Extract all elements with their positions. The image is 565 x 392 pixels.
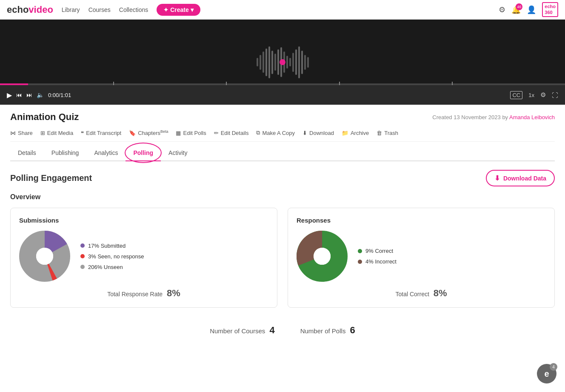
speed-button[interactable]: 1x — [528, 92, 534, 98]
main-content: Animation Quiz Created 13 November 2023 … — [0, 105, 565, 343]
chapters-label: ChaptersBeta — [138, 129, 168, 136]
edit-transcript-link[interactable]: ❝ Edit Transcript — [81, 130, 121, 136]
chapters-icon: 🔖 — [129, 130, 136, 136]
download-data-label: Download Data — [503, 175, 546, 182]
submissions-total-label: Total Response Rate — [107, 291, 163, 298]
submissions-total: Total Response Rate 8% — [19, 288, 268, 299]
share-link[interactable]: ⋈ Share — [10, 130, 33, 136]
tab-activity[interactable]: Activity — [161, 145, 195, 161]
submissions-total-value: 8% — [167, 288, 180, 298]
edit-details-link[interactable]: ✏ Edit Details — [214, 130, 249, 136]
legend-incorrect: 4% Incorrect — [358, 258, 397, 265]
edit-details-icon: ✏ — [214, 130, 219, 136]
polling-title: Polling Engagement — [10, 173, 92, 183]
create-button[interactable]: ✦ Create ▾ — [157, 4, 200, 16]
logo: echovideo — [7, 4, 53, 15]
share-icon: ⋈ — [10, 130, 16, 136]
echo360-logo: echo360 — [542, 2, 558, 17]
time-display: 0:00/1:01 — [48, 92, 71, 98]
rewind-button[interactable]: ⏮ — [16, 92, 22, 98]
download-data-icon: ⬇ — [494, 174, 500, 182]
nav-links: Library Courses Collections — [62, 6, 148, 13]
captions-button[interactable]: CC — [510, 91, 522, 99]
legend-unseen: 206% Unseen — [80, 264, 144, 270]
legend-submitted: 17% Submitted — [80, 243, 144, 249]
responses-title: Responses — [297, 217, 546, 224]
edit-details-label: Edit Details — [221, 130, 249, 136]
responses-chart-content: 9% Correct 4% Incorrect — [297, 231, 546, 282]
volume-button[interactable]: 🔈 — [37, 92, 44, 98]
correct-label: 9% Correct — [365, 248, 393, 254]
num-courses-label: Number of Courses — [210, 327, 265, 335]
submissions-title: Submissions — [19, 217, 268, 224]
submissions-legend: 17% Submitted 3% Seen, no response 206% … — [80, 243, 144, 270]
make-copy-link[interactable]: ⧉ Make A Copy — [256, 129, 295, 136]
media-title: Animation Quiz — [10, 112, 79, 123]
edit-transcript-icon: ❝ — [81, 130, 84, 136]
archive-label: Archive — [351, 130, 369, 136]
logo-echo: echo — [7, 4, 29, 15]
nav-collections[interactable]: Collections — [119, 6, 148, 13]
submissions-chart-content: 17% Submitted 3% Seen, no response 206% … — [19, 231, 268, 282]
edit-media-label: Edit Media — [47, 130, 73, 136]
author-name: Amanda Leibovich — [509, 114, 555, 120]
tab-polling[interactable]: Polling — [126, 145, 161, 161]
num-courses-value: 4 — [269, 325, 274, 335]
bottom-stats: Number of Courses 4 Number of Polls 6 — [10, 318, 555, 343]
trash-link[interactable]: 🗑 Trash — [377, 130, 398, 136]
nav-right: ⚙ 🔔 46 👤 echo360 — [499, 2, 558, 17]
notifications-button[interactable]: 🔔 46 — [511, 5, 521, 14]
pink-dot — [280, 59, 285, 65]
svg-point-3 — [36, 248, 53, 265]
video-player: ▶ ⏮ ⏭ 🔈 0:00/1:01 CC 1x ⚙ ⛶ — [0, 20, 565, 105]
download-icon: ⬇ — [302, 130, 307, 136]
legend-seen: 3% Seen, no response — [80, 253, 144, 260]
incorrect-label: 4% Incorrect — [365, 258, 397, 265]
trash-label: Trash — [384, 130, 398, 136]
correct-dot — [358, 249, 362, 253]
toolbar: ⋈ Share ⊞ Edit Media ❝ Edit Transcript 🔖… — [10, 128, 555, 142]
edit-polls-label: Edit Polls — [183, 130, 206, 136]
tab-details[interactable]: Details — [10, 145, 44, 161]
title-row: Animation Quiz Created 13 November 2023 … — [10, 105, 555, 128]
edit-transcript-label: Edit Transcript — [86, 130, 121, 136]
seen-dot — [80, 254, 85, 258]
responses-total-label: Total Correct — [395, 291, 429, 298]
created-text: Created 13 November 2023 by — [432, 114, 508, 120]
download-label: Download — [309, 130, 334, 136]
tab-analytics[interactable]: Analytics — [86, 145, 126, 161]
responses-pie-svg — [297, 231, 348, 282]
tab-polling-wrapper: Polling — [126, 145, 161, 160]
svg-point-6 — [314, 248, 331, 265]
legend-correct: 9% Correct — [358, 248, 397, 254]
edit-polls-link[interactable]: ▦ Edit Polls — [176, 130, 206, 136]
submissions-pie — [19, 231, 70, 282]
make-copy-label: Make A Copy — [262, 130, 295, 136]
nav-courses[interactable]: Courses — [88, 6, 111, 13]
unseen-label: 206% Unseen — [88, 264, 123, 270]
num-polls-value: 6 — [350, 325, 355, 335]
download-link[interactable]: ⬇ Download — [302, 130, 334, 136]
tab-publishing[interactable]: Publishing — [44, 145, 87, 161]
seen-label: 3% Seen, no response — [88, 253, 144, 260]
download-data-button[interactable]: ⬇ Download Data — [486, 170, 555, 186]
responses-card: Responses 9% Correct — [288, 208, 555, 308]
nav-library[interactable]: Library — [62, 6, 80, 13]
responses-total: Total Correct 8% — [297, 288, 546, 299]
incorrect-dot — [358, 260, 362, 264]
tabs: Details Publishing Analytics Polling Act… — [10, 145, 555, 161]
logo-video: video — [29, 4, 53, 15]
fast-forward-button[interactable]: ⏭ — [26, 92, 32, 98]
fullscreen-button[interactable]: ⛶ — [552, 92, 558, 99]
edit-media-link[interactable]: ⊞ Edit Media — [40, 130, 73, 136]
chapters-link[interactable]: 🔖 ChaptersBeta — [129, 129, 168, 136]
player-right-controls: CC 1x ⚙ ⛶ — [510, 91, 558, 99]
created-info: Created 13 November 2023 by Amanda Leibo… — [432, 114, 555, 120]
settings-button[interactable]: ⚙ — [499, 5, 505, 14]
settings-video-button[interactable]: ⚙ — [540, 91, 546, 99]
overview-title: Overview — [10, 193, 555, 201]
archive-link[interactable]: 📁 Archive — [342, 130, 369, 136]
play-button[interactable]: ▶ — [7, 91, 12, 99]
num-courses-stat: Number of Courses 4 — [210, 325, 274, 336]
profile-button[interactable]: 👤 — [527, 5, 536, 14]
